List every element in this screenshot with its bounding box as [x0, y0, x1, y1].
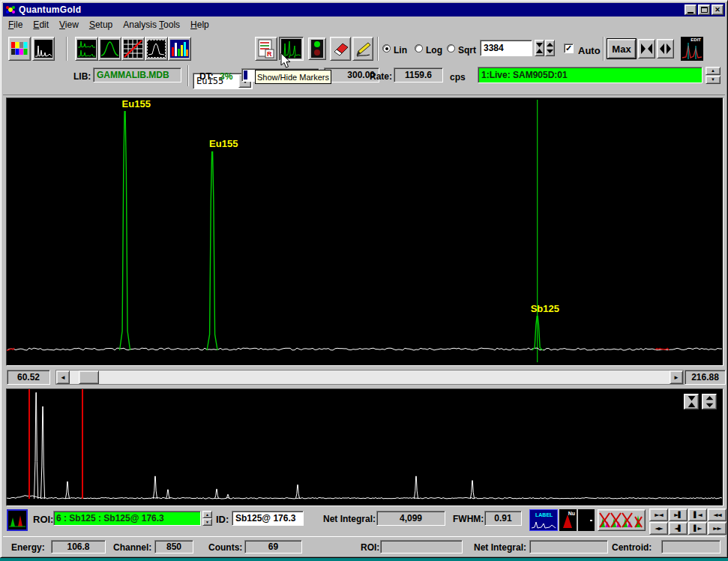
svg-text:Sb125: Sb125 [531, 303, 559, 314]
menu-view[interactable]: View [54, 18, 84, 32]
nuclide-button[interactable]: Nu [559, 509, 577, 531]
peak-search-button[interactable] [145, 37, 168, 61]
roi-display-button[interactable] [7, 509, 28, 531]
library-field[interactable]: GAMMALIB.MDB [93, 68, 181, 82]
library-value: GAMMALIB.MDB [97, 70, 169, 80]
info-bar: LIB: GAMMALIB.MDB DT: 3% 300.00 Rate: 11… [3, 64, 725, 95]
nav-next-edge-button[interactable]: ►▌ [669, 508, 688, 521]
label-peaks-button[interactable]: LABEL [529, 509, 558, 531]
energy-min-field: 60.52 [7, 370, 50, 385]
sample-down-button[interactable]: ▼ [706, 76, 721, 84]
overview-updown-button[interactable] [702, 394, 717, 410]
maximize-button[interactable] [698, 4, 710, 15]
edit-icon-label: EDIT [691, 38, 701, 42]
compress-view-button[interactable] [638, 39, 655, 58]
roi-down-button[interactable]: ▼ [202, 518, 212, 526]
dual-spectrum-button[interactable] [75, 37, 98, 61]
menu-analysis-tools[interactable]: Analysis Tools [118, 18, 185, 32]
scale-sqrt-radio[interactable] [447, 44, 455, 52]
nav-prev-button[interactable]: ◄▌ [669, 522, 688, 535]
color-palette-button[interactable] [8, 37, 31, 61]
report-icon: R [257, 39, 275, 58]
nav-expand-button[interactable]: ◄► [649, 522, 668, 535]
minimize-button[interactable] [685, 4, 697, 15]
calibration-button[interactable] [121, 37, 145, 61]
sample-up-button[interactable]: ▲ [706, 67, 721, 75]
svg-text:R: R [267, 50, 272, 58]
report-button[interactable]: R [255, 37, 277, 61]
blank-display-button[interactable] [578, 509, 595, 531]
scale-log-radio[interactable] [415, 44, 423, 52]
minimize-icon [688, 12, 694, 14]
overview-hourglass-button[interactable] [684, 394, 699, 410]
title-bar[interactable]: QuantumGold ✕ [3, 3, 725, 16]
nav-center-button[interactable]: ►◄ [649, 508, 668, 521]
edit-roi-button[interactable]: EDIT [681, 37, 703, 61]
nav-first-button[interactable]: ◄◄ [708, 508, 727, 521]
roi-select-field[interactable]: 6 : Sb125 : Sb125@ 176.3 [53, 511, 201, 526]
centroid-label: Centroid: [612, 542, 652, 553]
scale-sqrt-label: Sqrt [458, 45, 476, 56]
radio-icon [415, 44, 423, 52]
tooltip-show-hide-markers: Show/Hide Markers [255, 70, 331, 84]
radio-icon [382, 44, 391, 52]
menu-setup[interactable]: Setup [84, 18, 118, 32]
edit-spectrum-button[interactable] [352, 37, 373, 61]
hourglass-icon [688, 396, 696, 407]
peak-fit-button[interactable] [98, 37, 121, 61]
roi-up-button[interactable]: ▲ [202, 511, 212, 518]
nav-glyph: ◄◄ [713, 512, 721, 518]
menu-file[interactable]: File [3, 18, 28, 32]
roi-id-field[interactable]: Sb125@ 176.3 [232, 511, 304, 526]
scale-lin-radio[interactable] [382, 44, 391, 52]
fwhm-label: FWHM: [453, 514, 484, 524]
rate-units-label: cps [450, 72, 466, 82]
scrollbar-thumb[interactable] [79, 370, 99, 384]
fullscale-input[interactable]: 3384 [480, 40, 532, 56]
rate-label: Rate: [370, 71, 392, 82]
roi-peaks-icon [9, 512, 25, 529]
auto-checkbox[interactable]: ✓ [564, 44, 574, 53]
infobar-separator [187, 65, 189, 86]
lib-label: LIB: [73, 71, 91, 82]
delete-roi-button-group [598, 509, 646, 531]
active-sample-field[interactable]: 1:Live: SAM905D:01 [478, 67, 703, 83]
scroll-right-button[interactable]: ► [670, 370, 683, 384]
label-button-text: LABEL [535, 512, 553, 518]
acquire-start-stop-button[interactable] [308, 38, 326, 60]
gaussian-peak-icon [100, 40, 119, 58]
max-button[interactable]: Max [607, 39, 636, 58]
toolbar-separator [377, 37, 379, 61]
roi-bar: ROI: 6 : Sb125 : Sb125@ 176.3 ▲ ▼ ID: Sb… [3, 508, 725, 536]
counts-field: 69 [244, 540, 302, 554]
autoscale-hourglass-button[interactable] [535, 40, 544, 56]
active-sample-value: 1:Live: SAM905D:01 [481, 70, 568, 80]
menu-edit[interactable]: Edit [28, 18, 54, 32]
channel-value: 850 [166, 542, 181, 552]
delete-roi-icons[interactable] [599, 511, 644, 530]
zoomed-spectrum-chart[interactable]: Eu155Eu155Sb125 [6, 98, 724, 366]
scroll-left-button[interactable]: ◄ [56, 370, 70, 384]
nav-last-button[interactable]: ►► [708, 522, 727, 535]
up-arrow-icon: ▲ [205, 512, 209, 517]
energy-field: 106.8 [51, 540, 106, 554]
nav-next-button[interactable]: ▌► [688, 522, 707, 535]
menu-help[interactable]: Help [185, 18, 214, 32]
rate-field[interactable]: 1159.6 [394, 68, 443, 82]
nav-prev-edge-button[interactable]: ▌◄ [688, 508, 707, 521]
spectrum-scrollbar[interactable]: ◄ ► [55, 370, 684, 385]
scale-lin-label: Lin [394, 45, 407, 56]
overview-spectrum-chart[interactable] [6, 388, 724, 506]
app-icon [5, 4, 16, 15]
expand-view-button[interactable] [657, 39, 674, 58]
centroid-field [661, 540, 721, 554]
close-button[interactable]: ✕ [712, 4, 724, 15]
dual-spectrum-icon [77, 40, 96, 58]
energy-max-field: 216.88 [685, 370, 726, 385]
display-mode-button[interactable] [168, 37, 191, 61]
scale-updown-button[interactable] [545, 40, 555, 56]
spectrum-view-button[interactable] [32, 37, 55, 61]
energy-min-value: 60.52 [17, 372, 40, 382]
erase-button[interactable] [330, 37, 351, 61]
up-down-arrows-icon [547, 43, 553, 53]
